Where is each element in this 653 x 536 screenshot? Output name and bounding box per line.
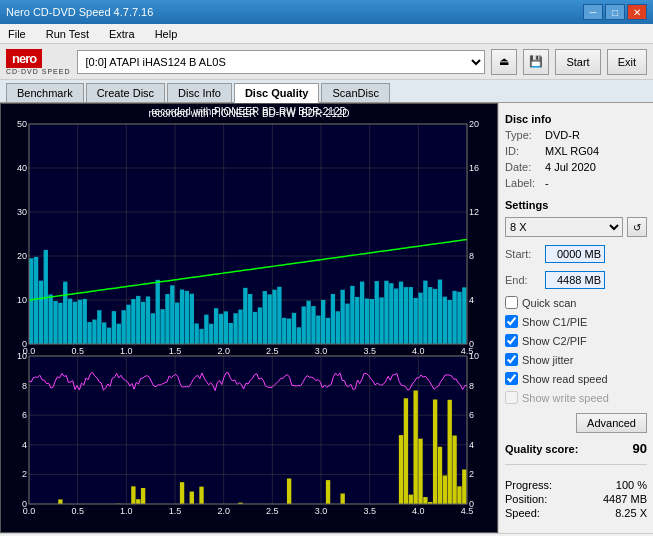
exit-button[interactable]: Exit (607, 49, 647, 75)
quick-scan-label: Quick scan (522, 297, 576, 309)
position-value: 4487 MB (603, 493, 647, 505)
speed-value: 8.25 X (615, 507, 647, 519)
advanced-btn-container: Advanced (505, 409, 647, 433)
tab-disc-quality[interactable]: Disc Quality (234, 83, 320, 103)
menu-extra[interactable]: Extra (105, 27, 139, 41)
write-speed-label: Show write speed (522, 392, 609, 404)
id-value: MXL RG04 (545, 145, 599, 157)
c1pie-row: Show C1/PIE (505, 315, 647, 328)
type-label: Type: (505, 129, 541, 141)
position-label: Position: (505, 493, 547, 505)
progress-pct-row: Progress: 100 % (505, 479, 647, 491)
divider (505, 464, 647, 465)
read-speed-row: Show read speed (505, 372, 647, 385)
disc-info-title: Disc info (505, 113, 647, 125)
chart-area: recorded with PIONEER BD-RW BDR-212D (0, 103, 498, 533)
nero-logo: nero (6, 49, 42, 68)
tab-scandisc[interactable]: ScanDisc (321, 83, 389, 102)
maximize-button[interactable]: □ (605, 4, 625, 20)
advanced-button[interactable]: Advanced (576, 413, 647, 433)
menu-runtest[interactable]: Run Test (42, 27, 93, 41)
read-speed-checkbox[interactable] (505, 372, 518, 385)
minimize-button[interactable]: ─ (583, 4, 603, 20)
jitter-checkbox[interactable] (505, 353, 518, 366)
write-speed-checkbox (505, 391, 518, 404)
tab-create-disc[interactable]: Create Disc (86, 83, 165, 102)
chart-title: recorded with PIONEER BD-RW BDR-212D (1, 106, 497, 117)
quality-score-row: Quality score: 90 (505, 441, 647, 456)
refresh-icon-btn[interactable]: ↺ (627, 217, 647, 237)
progress-label: Progress: (505, 479, 552, 491)
settings-title: Settings (505, 199, 647, 211)
date-value: 4 Jul 2020 (545, 161, 596, 173)
start-button[interactable]: Start (555, 49, 600, 75)
tab-bar: Benchmark Create Disc Disc Info Disc Qua… (0, 80, 653, 103)
end-input[interactable] (545, 271, 605, 289)
speed-select[interactable]: 8 X (505, 217, 623, 237)
start-input[interactable] (545, 245, 605, 263)
id-label: ID: (505, 145, 541, 157)
write-speed-row: Show write speed (505, 391, 647, 404)
c1pie-checkbox[interactable] (505, 315, 518, 328)
c2pif-row: Show C2/PIF (505, 334, 647, 347)
chart-canvas (1, 104, 497, 532)
jitter-label: Show jitter (522, 354, 573, 366)
date-label: Date: (505, 161, 541, 173)
tab-benchmark[interactable]: Benchmark (6, 83, 84, 102)
disc-id-row: ID: MXL RG04 (505, 145, 647, 157)
speed-row: Speed: 8.25 X (505, 507, 647, 519)
save-icon-btn[interactable]: 💾 (523, 49, 549, 75)
c1pie-label: Show C1/PIE (522, 316, 587, 328)
eject-icon-btn[interactable]: ⏏ (491, 49, 517, 75)
nero-subtitle: CD·DVD SPEED (6, 68, 71, 75)
title-bar: Nero CD-DVD Speed 4.7.7.16 ─ □ ✕ (0, 0, 653, 24)
start-label: Start: (505, 248, 541, 260)
disc-label-row: Label: - (505, 177, 647, 189)
title-bar-controls: ─ □ ✕ (583, 4, 647, 20)
speed-settings-row: 8 X ↺ (505, 217, 647, 237)
jitter-row: Show jitter (505, 353, 647, 366)
toolbar: nero CD·DVD SPEED [0:0] ATAPI iHAS124 B … (0, 44, 653, 80)
start-mb-row: Start: (505, 245, 647, 263)
c2pif-label: Show C2/PIF (522, 335, 587, 347)
speed-label: Speed: (505, 507, 540, 519)
quality-score-value: 90 (633, 441, 647, 456)
disc-date-row: Date: 4 Jul 2020 (505, 161, 647, 173)
label-label: Label: (505, 177, 541, 189)
disc-type-row: Type: DVD-R (505, 129, 647, 141)
quality-score-label: Quality score: (505, 443, 578, 455)
drive-select[interactable]: [0:0] ATAPI iHAS124 B AL0S (77, 50, 486, 74)
read-speed-label: Show read speed (522, 373, 608, 385)
title-bar-left: Nero CD-DVD Speed 4.7.7.16 (6, 6, 153, 18)
progress-section: Progress: 100 % Position: 4487 MB Speed:… (505, 477, 647, 521)
quick-scan-checkbox[interactable] (505, 296, 518, 309)
close-button[interactable]: ✕ (627, 4, 647, 20)
app-title: Nero CD-DVD Speed 4.7.7.16 (6, 6, 153, 18)
end-label: End: (505, 274, 541, 286)
label-value: - (545, 177, 549, 189)
type-value: DVD-R (545, 129, 580, 141)
menu-bar: File Run Test Extra Help (0, 24, 653, 44)
progress-value: 100 % (616, 479, 647, 491)
c2pif-checkbox[interactable] (505, 334, 518, 347)
menu-help[interactable]: Help (151, 27, 182, 41)
position-row: Position: 4487 MB (505, 493, 647, 505)
end-mb-row: End: (505, 271, 647, 289)
menu-file[interactable]: File (4, 27, 30, 41)
tab-disc-info[interactable]: Disc Info (167, 83, 232, 102)
info-panel: Disc info Type: DVD-R ID: MXL RG04 Date:… (498, 103, 653, 533)
quick-scan-row: Quick scan (505, 296, 647, 309)
main-content: recorded with PIONEER BD-RW BDR-212D Dis… (0, 103, 653, 533)
nero-logo-container: nero CD·DVD SPEED (6, 49, 71, 75)
